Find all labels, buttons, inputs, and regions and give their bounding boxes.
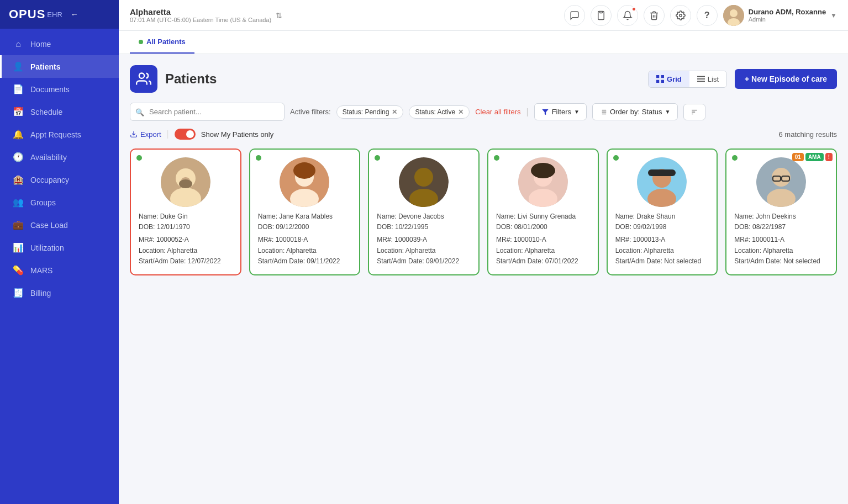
patient-name: Name: Duke Gin [139, 211, 233, 222]
patient-location: Location: Alpharetta [615, 246, 709, 256]
chip-label-pending: Status: Pending [343, 108, 389, 116]
logo-area: OPUS EHR ← [0, 0, 119, 29]
search-wrap: 🔍 [130, 103, 285, 121]
tab-all-patients[interactable]: All Patients [130, 31, 194, 54]
remove-filter-active[interactable]: ✕ [458, 108, 463, 116]
patient-card[interactable]: 01AMA! Name: John Deekins DOB: 08/22/198… [725, 148, 837, 275]
patient-avatar [518, 157, 568, 207]
patient-start-date: Start/Adm Date: 12/07/2022 [139, 256, 233, 267]
sidebar-item-groups[interactable]: 👥 Groups [0, 191, 119, 214]
user-role: Admin [749, 16, 826, 23]
toggle-slider [175, 129, 196, 140]
notification-badge [631, 7, 636, 12]
patient-name: Name: Livi Sunny Grenada [496, 211, 590, 222]
patient-start-date: Start/Adm Date: 07/01/2022 [496, 256, 590, 267]
clipboard-button[interactable] [591, 5, 612, 26]
patient-mr: MR#: 1000010-A [496, 235, 590, 245]
sidebar-item-utilization[interactable]: 📊 Utilization [0, 236, 119, 259]
user-profile[interactable]: Durano ADM, Roxanne Admin ▼ [723, 5, 837, 26]
sidebar-item-patients[interactable]: 👤 Patients [0, 55, 119, 78]
help-button[interactable]: ? [697, 5, 718, 26]
vertical-divider: | [167, 129, 169, 139]
utilization-icon: 📊 [13, 242, 24, 253]
tabs-bar: All Patients [119, 31, 848, 54]
header-actions: ? Durano ADM, Roxanne Admin ▼ [564, 5, 837, 26]
patient-card[interactable]: Name: Drake Shaun DOB: 09/02/1998 MR#: 1… [607, 148, 718, 275]
grid-view-button[interactable]: Grid [649, 71, 689, 87]
svg-rect-8 [656, 80, 659, 83]
sidebar-item-occupancy[interactable]: 🏨 Occupancy [0, 168, 119, 191]
user-name: Durano ADM, Roxanne [749, 8, 826, 16]
chat-button[interactable] [564, 5, 585, 26]
sidebar-item-case-load[interactable]: 💼 Case Load [0, 214, 119, 236]
back-button[interactable]: ← [67, 7, 82, 22]
svg-rect-11 [697, 78, 705, 79]
list-view-button[interactable]: List [689, 71, 726, 87]
sidebar-label-home: Home [30, 40, 51, 49]
export-left: Export | Show My Patients only [130, 129, 273, 140]
list-label: List [708, 75, 719, 83]
sidebar-label-case-load: Case Load [30, 221, 68, 230]
search-input[interactable] [130, 103, 285, 121]
sort-options-button[interactable] [683, 104, 705, 120]
patient-avatar [756, 157, 806, 207]
patients-header: Patients Grid List + New Episode of care [130, 65, 837, 93]
svg-rect-0 [600, 11, 603, 13]
mars-icon: 💊 [13, 265, 24, 275]
availability-icon: 🕐 [13, 152, 24, 162]
new-episode-button[interactable]: + New Episode of care [735, 69, 837, 89]
filter-dropdown-icon: ▼ [574, 109, 580, 115]
svg-rect-10 [697, 76, 705, 77]
patient-info: Name: John Deekins DOB: 08/22/1987 MR#: … [734, 211, 828, 267]
sidebar-item-appt-requests[interactable]: 🔔 Appt Requests [0, 123, 119, 146]
sidebar-label-billing: Billing [30, 289, 51, 298]
sidebar-item-documents[interactable]: 📄 Documents [0, 78, 119, 100]
remove-filter-pending[interactable]: ✕ [392, 108, 397, 116]
case-load-icon: 💼 [13, 220, 24, 230]
view-toggle: Grid List [648, 71, 727, 88]
status-dot [732, 155, 738, 161]
svg-point-3 [730, 9, 738, 17]
patient-avatar [280, 157, 329, 207]
search-icon: 🔍 [135, 108, 144, 116]
active-filters-label: Active filters: [290, 108, 331, 116]
status-dot [613, 155, 619, 161]
header: Alpharetta 07:01 AM (UTC-05:00) Eastern … [119, 0, 848, 31]
card-badges: 01AMA! [792, 153, 833, 161]
title-group: Patients [130, 65, 217, 93]
clear-filters-button[interactable]: Clear all filters [475, 108, 520, 116]
patient-mr: MR#: 1000052-A [139, 235, 233, 245]
help-icon: ? [704, 10, 710, 20]
patients-grid: Name: Duke Gin DOB: 12/01/1970 MR#: 1000… [130, 148, 837, 275]
sidebar-item-mars[interactable]: 💊 MARS [0, 259, 119, 282]
sidebar-item-schedule[interactable]: 📅 Schedule [0, 100, 119, 123]
patient-dob: DOB: 12/01/1970 [139, 222, 233, 232]
badge: ! [825, 153, 833, 161]
sidebar-item-home[interactable]: ⌂ Home [0, 33, 119, 55]
my-patients-toggle[interactable] [175, 129, 196, 140]
notifications-button[interactable] [617, 5, 638, 26]
patient-mr: MR#: 1000039-A [377, 235, 471, 245]
svg-point-45 [772, 168, 791, 187]
patient-start-date: Start/Adm Date: Not selected [734, 256, 828, 267]
user-dropdown-icon[interactable]: ▼ [830, 12, 837, 19]
patient-name: Name: John Deekins [734, 211, 828, 222]
order-by-label: Order by: Status [610, 108, 662, 116]
order-by-button[interactable]: Order by: Status ▼ [592, 103, 678, 120]
patient-card[interactable]: Name: Livi Sunny Grenada DOB: 08/01/2000… [487, 148, 599, 275]
export-button[interactable]: Export [130, 130, 161, 139]
trash-button[interactable] [644, 5, 665, 26]
patient-info: Name: Duke Gin DOB: 12/01/1970 MR#: 1000… [139, 211, 233, 267]
sidebar-item-billing[interactable]: 🧾 Billing [0, 282, 119, 304]
filters-button[interactable]: Filters ▼ [534, 103, 587, 120]
location-swap-icon[interactable]: ⇅ [276, 11, 282, 20]
patient-card[interactable]: Name: Jane Kara Mables DOB: 09/12/2000 M… [249, 148, 361, 275]
groups-icon: 👥 [13, 197, 24, 208]
settings-button[interactable] [670, 5, 691, 26]
chip-label-active: Status: Active [415, 108, 455, 116]
sidebar-item-availability[interactable]: 🕐 Availability [0, 146, 119, 168]
patient-card[interactable]: Name: Devone Jacobs DOB: 10/22/1995 MR#:… [368, 148, 480, 275]
patient-avatar [399, 157, 449, 207]
patient-card[interactable]: Name: Duke Gin DOB: 12/01/1970 MR#: 1000… [130, 148, 241, 275]
sidebar: OPUS EHR ← ⌂ Home 👤 Patients 📄 Documents… [0, 0, 119, 504]
